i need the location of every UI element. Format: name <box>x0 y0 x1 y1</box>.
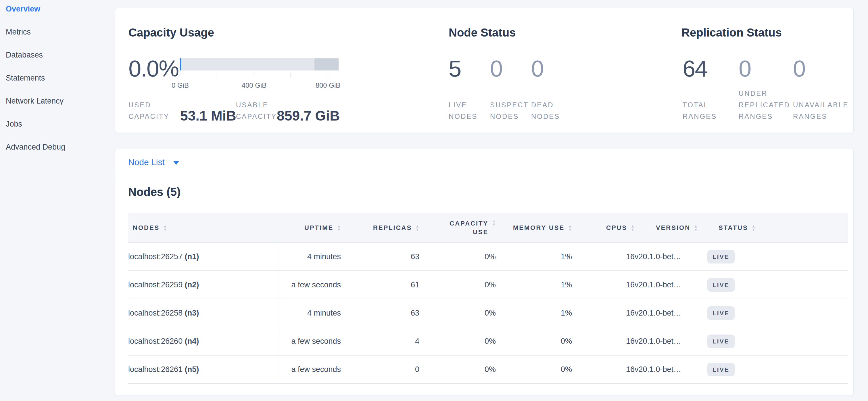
table-row: localhost:26260 (n4) a few seconds 4 0% … <box>128 327 848 355</box>
nodes-table: NODES▲▼ UPTIME▲▼ REPLICAS▲▼ CAPACITY USE… <box>128 213 848 384</box>
sort-icon[interactable]: ▲▼ <box>694 224 698 231</box>
column-header-nodes[interactable]: NODES▲▼ <box>128 213 280 242</box>
under-replicated-ranges-label: UNDER-REPLICATED RANGES <box>739 88 802 122</box>
memory-use-cell: 1% <box>496 242 572 271</box>
node-id: (n1) <box>185 252 199 261</box>
sidebar-item-metrics[interactable]: Metrics <box>6 28 31 36</box>
nodes-count-heading: Nodes (5) <box>128 185 181 199</box>
uptime-cell: a few seconds <box>280 271 341 299</box>
capacity-use-cell: 0% <box>419 299 496 327</box>
cpus-cell: 16 <box>572 355 634 383</box>
sidebar-item-overview[interactable]: Overview <box>6 5 40 13</box>
version-cell: v20.1.0-bet… <box>634 299 707 327</box>
column-header-capacity-use[interactable]: CAPACITY USE▲▼ <box>419 213 496 242</box>
cpus-cell: 16 <box>572 271 634 299</box>
column-label: CAPACITY USE <box>445 219 488 236</box>
node-address: localhost:26257 <box>128 252 183 261</box>
suspect-nodes-label: SUSPECT NODES <box>490 99 533 122</box>
node-address: localhost:26260 <box>128 337 183 345</box>
total-ranges-label: TOTAL RANGES <box>683 99 726 122</box>
column-header-status[interactable]: STATUS▲▼ <box>707 213 848 242</box>
status-cell: LIVE <box>707 299 848 327</box>
sidebar-item-statements[interactable]: Statements <box>6 74 45 83</box>
replicas-cell: 63 <box>341 242 419 271</box>
replication-status-title: Replication Status <box>681 26 782 39</box>
axis-tick <box>217 73 217 77</box>
node-list-dropdown[interactable]: Node List <box>128 157 179 167</box>
memory-use-cell: 1% <box>496 299 572 327</box>
total-ranges-count: 64 <box>683 57 707 80</box>
node-status-title: Node Status <box>449 26 516 39</box>
cluster-summary-card: Capacity Usage 0.0% 0 GiB 400 GiB 800 Gi… <box>115 8 854 133</box>
version-cell: v20.1.0-bet… <box>634 327 707 355</box>
sidebar-item-databases[interactable]: Databases <box>6 51 43 60</box>
status-badge: LIVE <box>707 335 735 348</box>
column-header-uptime[interactable]: UPTIME▲▼ <box>280 213 341 242</box>
used-capacity-value: 53.1 MiB <box>180 108 236 124</box>
overview-page: Overview Metrics Databases Statements Ne… <box>0 0 868 401</box>
dead-nodes-label: DEAD NODES <box>531 99 568 122</box>
column-label: VERSION <box>656 224 690 232</box>
column-header-version[interactable]: VERSION▲▼ <box>634 213 707 242</box>
table-row: localhost:26257 (n1) 4 minutes 63 0% 1% … <box>128 242 848 271</box>
node-id: (n3) <box>185 309 199 317</box>
sort-icon[interactable]: ▲▼ <box>163 224 167 231</box>
status-badge: LIVE <box>707 278 735 292</box>
replicas-cell: 61 <box>341 271 419 299</box>
node-name-cell[interactable]: localhost:26257 (n1) <box>128 242 280 271</box>
column-label: REPLICAS <box>373 224 412 232</box>
column-header-replicas[interactable]: REPLICAS▲▼ <box>341 213 419 242</box>
table-row: localhost:26259 (n2) a few seconds 61 0%… <box>128 271 848 299</box>
node-address: localhost:26258 <box>128 309 183 317</box>
sort-icon[interactable]: ▲▼ <box>630 224 634 231</box>
node-name-cell[interactable]: localhost:26258 (n3) <box>128 299 280 327</box>
sidebar-item-advanced-debug[interactable]: Advanced Debug <box>6 143 65 152</box>
chevron-down-icon <box>173 161 179 165</box>
node-name-cell[interactable]: localhost:26259 (n2) <box>128 271 280 299</box>
version-cell: v20.1.0-bet… <box>634 242 707 271</box>
replicas-cell: 63 <box>341 299 419 327</box>
sort-icon[interactable]: ▲▼ <box>337 224 341 231</box>
column-label: UPTIME <box>304 224 333 232</box>
column-label: NODES <box>133 224 159 232</box>
replicas-cell: 0 <box>341 355 419 383</box>
axis-tick <box>328 73 328 77</box>
node-list-card: Node List Nodes (5) NODES▲▼ UPTIME▲▼ REP… <box>115 149 854 395</box>
sidebar-item-network-latency[interactable]: Network Latency <box>6 97 64 106</box>
sidebar: Overview Metrics Databases Statements Ne… <box>0 0 115 401</box>
node-address: localhost:26261 <box>128 365 183 374</box>
sort-icon[interactable]: ▲▼ <box>415 224 419 231</box>
suspect-nodes-count: 0 <box>490 57 502 80</box>
capacity-used-percent: 0.0% <box>128 57 179 80</box>
uptime-cell: 4 minutes <box>280 299 341 327</box>
uptime-cell: 4 minutes <box>280 242 341 271</box>
sidebar-item-jobs[interactable]: Jobs <box>6 120 22 128</box>
capacity-use-cell: 0% <box>419 242 496 271</box>
memory-use-cell: 0% <box>496 355 572 383</box>
node-name-cell[interactable]: localhost:26261 (n5) <box>128 355 280 383</box>
unavailable-ranges-count: 0 <box>793 57 805 80</box>
status-badge: LIVE <box>707 363 735 376</box>
capacity-use-cell: 0% <box>419 327 496 355</box>
column-header-cpus[interactable]: CPUS▲▼ <box>572 213 634 242</box>
status-badge: LIVE <box>707 250 735 263</box>
column-label: MEMORY USE <box>513 224 564 232</box>
memory-use-cell: 0% <box>496 327 572 355</box>
node-address: localhost:26259 <box>128 281 183 289</box>
sort-icon[interactable]: ▲▼ <box>568 224 572 231</box>
axis-label-800gib: 800 GiB <box>305 81 351 89</box>
sort-icon[interactable]: ▲▼ <box>752 224 755 231</box>
status-cell: LIVE <box>707 327 848 355</box>
node-name-cell[interactable]: localhost:26260 (n4) <box>128 327 280 355</box>
column-label: STATUS <box>718 224 748 232</box>
capacity-usage-title: Capacity Usage <box>128 26 214 39</box>
status-cell: LIVE <box>707 271 848 299</box>
sort-icon[interactable]: ▲▼ <box>492 219 496 226</box>
table-row: localhost:26258 (n3) 4 minutes 63 0% 1% … <box>128 299 848 327</box>
column-label: CPUS <box>606 224 627 232</box>
column-header-memory-use[interactable]: MEMORY USE▲▼ <box>496 213 572 242</box>
axis-label-400gib: 400 GiB <box>231 81 277 89</box>
axis-tick <box>290 73 291 77</box>
memory-use-cell: 1% <box>496 271 572 299</box>
status-badge: LIVE <box>707 306 735 320</box>
